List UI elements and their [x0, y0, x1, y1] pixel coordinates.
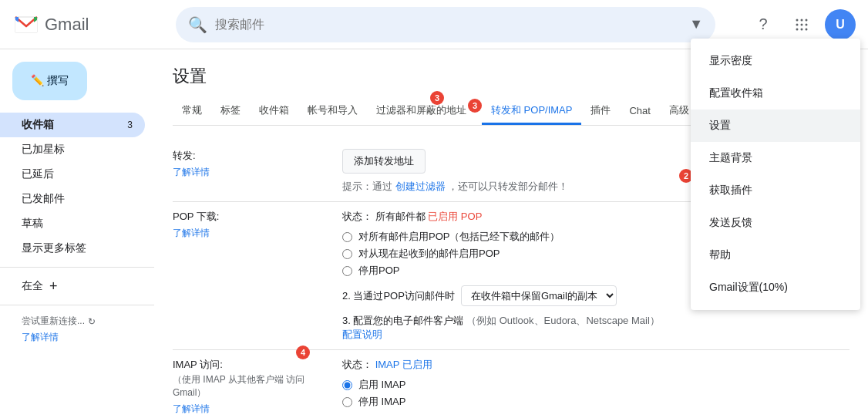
sidebar-label-drafts: 草稿 [22, 217, 133, 231]
pop-configure-row: 3. 配置您的电子邮件客户端 （例如 Outlook、Eudora、Netsca… [342, 314, 849, 342]
annotation-3: 3 [430, 91, 444, 105]
svg-point-6 [796, 23, 799, 25]
add-forwarding-address-button[interactable]: 添加转发地址 [342, 149, 426, 174]
dropdown-item-feedback[interactable]: 发送反馈 [691, 207, 860, 239]
svg-point-11 [806, 28, 808, 30]
sidebar: ✏️ 撰写 收件箱 3 已加星标 已延后 已发邮件 草稿 显示更多标签 在全 + [0, 49, 154, 418]
annotation-4: 4 [296, 346, 310, 359]
tab-inbox[interactable]: 收件箱 [250, 96, 298, 125]
forwarding-label: 转发: 了解详情 [173, 149, 327, 179]
sidebar-labels-section[interactable]: 在全 + [0, 274, 145, 298]
compose-button[interactable]: ✏️ 撰写 [12, 62, 87, 100]
gmail-logo-icon [12, 11, 40, 39]
forwarding-learn-more[interactable]: 了解详情 [173, 166, 327, 179]
help-button[interactable]: ? [748, 9, 779, 40]
svg-point-9 [796, 28, 799, 30]
gmail-logo-text: Gmail [45, 15, 89, 35]
search-input[interactable] [215, 18, 681, 32]
compose-label: 撰写 [47, 74, 69, 86]
settings-dropdown: 显示密度 配置收件箱 设置 主题背景 获取插件 发送反馈 帮助 Gmail设置(… [691, 39, 860, 310]
refresh-icon[interactable]: ↻ [88, 316, 96, 327]
imap-disable-radio[interactable] [342, 397, 352, 407]
sidebar-item-sent[interactable]: 已发邮件 [0, 187, 145, 211]
topbar-right: ? U [748, 9, 856, 40]
imap-label-area: IMAP 访问: （使用 IMAP 从其他客户端 访问 Gmail） 了解详情 [173, 358, 327, 416]
search-bar[interactable]: 🔍 ▼ [176, 7, 715, 42]
sidebar-add-label-icon[interactable]: + [49, 278, 58, 295]
apps-grid-button[interactable] [786, 9, 817, 40]
dropdown-item-theme[interactable]: 主题背景 [691, 142, 860, 174]
svg-point-8 [806, 23, 808, 25]
reconnect-area: 尝试重新连接... ↻ [0, 312, 154, 331]
svg-point-7 [801, 23, 803, 25]
svg-point-3 [796, 19, 799, 21]
sidebar-learn-more[interactable]: 了解详情 [0, 331, 154, 344]
imap-status: 状态： IMAP 已启用 [342, 358, 849, 372]
search-icon: 🔍 [188, 15, 207, 34]
sidebar-label-snoozed: 已延后 [22, 167, 133, 181]
dropdown-item-settings[interactable]: 设置 [691, 110, 860, 142]
filters-badge: 3 [468, 99, 482, 113]
svg-point-4 [801, 19, 803, 21]
create-filter-link[interactable]: 创建过滤器 [395, 180, 446, 192]
tab-general[interactable]: 常规 [173, 96, 211, 125]
search-dropdown-icon[interactable]: ▼ [689, 16, 703, 32]
pop-all-radio[interactable] [342, 232, 352, 242]
sidebar-count-inbox: 3 [127, 120, 133, 130]
pop-learn-more[interactable]: 了解详情 [173, 227, 327, 240]
dropdown-item-gmail-settings[interactable]: Gmail设置(10%) [691, 271, 860, 304]
dropdown-item-display-density[interactable]: 显示密度 [691, 45, 860, 77]
pop-label: POP 下载: 了解详情 [173, 210, 327, 240]
logo-area: Gmail [12, 11, 167, 39]
sidebar-item-drafts[interactable]: 草稿 [0, 211, 145, 236]
imap-section: IMAP 访问: （使用 IMAP 从其他客户端 访问 Gmail） 了解详情 … [173, 350, 849, 418]
svg-point-10 [801, 28, 803, 30]
imap-learn-more[interactable]: 了解详情 [173, 403, 327, 416]
pop-disable-radio[interactable] [342, 266, 352, 276]
dropdown-item-addons[interactable]: 获取插件 [691, 174, 860, 207]
reconnect-text: 尝试重新连接... [22, 315, 85, 328]
sidebar-item-snoozed[interactable]: 已延后 [0, 162, 145, 187]
imap-body: 状态： IMAP 已启用 启用 IMAP 停用 IMAP [342, 358, 849, 412]
sidebar-item-more-labels[interactable]: 显示更多标签 [0, 236, 145, 261]
tab-accounts[interactable]: 帐号和导入 [298, 96, 367, 125]
dropdown-item-configure-inbox[interactable]: 配置收件箱 [691, 77, 860, 110]
tab-filters[interactable]: 过滤器和屏蔽的地址 3 [367, 96, 482, 125]
tab-forwarding[interactable]: 转发和 POP/IMAP [482, 96, 581, 125]
tab-chat[interactable]: Chat [620, 97, 659, 124]
tab-addons[interactable]: 插件 [581, 96, 620, 125]
account-avatar[interactable]: U [825, 9, 856, 40]
pop-new-radio[interactable] [342, 249, 352, 259]
sidebar-label-inbox: 收件箱 [22, 118, 124, 132]
sidebar-item-starred[interactable]: 已加星标 [0, 137, 145, 162]
pop-configure-link[interactable]: 配置说明 [342, 329, 382, 340]
sidebar-label-starred: 已加星标 [22, 143, 133, 157]
sidebar-item-inbox[interactable]: 收件箱 3 [0, 113, 145, 137]
imap-sub-text: （使用 IMAP 从其他客户端 访问 Gmail） [173, 373, 327, 399]
imap-enable-radio[interactable] [342, 380, 352, 390]
compose-icon: ✏️ [31, 74, 44, 86]
sidebar-divider [0, 267, 154, 268]
sidebar-divider-2 [0, 305, 154, 305]
pop-action-select[interactable]: 在收件箱中保留Gmail的副本 [461, 285, 617, 306]
grid-icon [794, 17, 809, 32]
dropdown-item-help[interactable]: 帮助 [691, 239, 860, 271]
sidebar-section-label: 在全 [22, 279, 43, 293]
imap-disable-option: 停用 IMAP [342, 395, 849, 409]
sidebar-label-sent: 已发邮件 [22, 192, 133, 206]
svg-point-5 [806, 19, 808, 21]
imap-enable-option: 启用 IMAP [342, 378, 849, 392]
sidebar-label-more: 显示更多标签 [22, 241, 133, 255]
tab-labels[interactable]: 标签 [211, 96, 250, 125]
